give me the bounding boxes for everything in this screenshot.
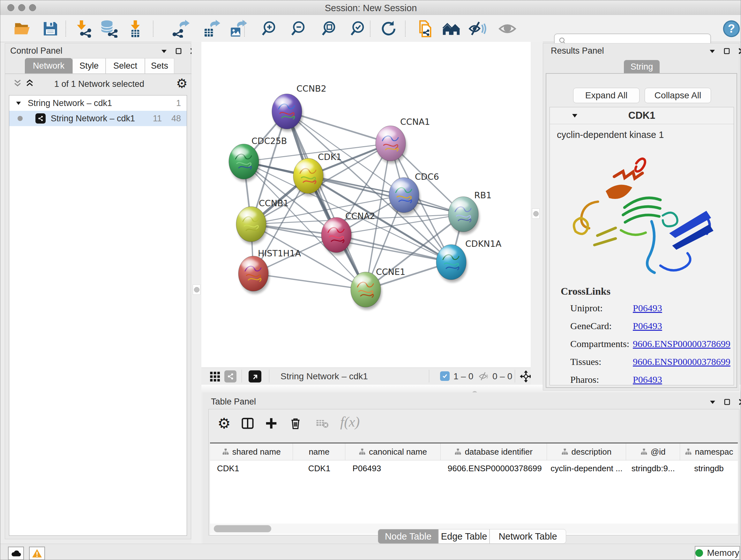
- node-label: HIST1H1A: [258, 248, 301, 258]
- node-label: CCNB2: [296, 84, 327, 94]
- section-collapse-icon[interactable]: [571, 112, 579, 119]
- right-splitter-handle[interactable]: [532, 208, 540, 219]
- table-row[interactable]: CDK1 CDK1 P06493 9606.ENSP00000378699 cy…: [210, 460, 738, 476]
- string-view-badge[interactable]: [224, 370, 237, 382]
- tab-network[interactable]: Network: [25, 58, 72, 73]
- network-node-CDK1[interactable]: CDK1: [293, 152, 342, 196]
- tree-expand-icon[interactable]: [15, 100, 22, 107]
- zoom-out-button[interactable]: [290, 19, 309, 38]
- network-node-CDC6[interactable]: CDC6: [389, 172, 439, 215]
- crosslink-label: GeneCard:: [570, 320, 612, 331]
- expand-all-chevron-icon[interactable]: [25, 78, 35, 88]
- cell-name: CDK1: [293, 460, 346, 476]
- panel-float-icon[interactable]: [709, 47, 716, 55]
- save-session-button[interactable]: [41, 19, 60, 38]
- show-all-button[interactable]: [498, 19, 517, 38]
- pan-crosshair-icon[interactable]: [520, 370, 532, 382]
- node-label: CDC25B: [252, 136, 287, 146]
- network-node-CCNB2[interactable]: CCNB2: [272, 84, 327, 132]
- panel-maximize-icon[interactable]: [175, 47, 183, 55]
- tab-network-table[interactable]: Network Table: [489, 529, 566, 544]
- network-node-RB1[interactable]: RB1: [448, 190, 491, 234]
- show-columns-button[interactable]: [239, 415, 256, 432]
- tab-node-table[interactable]: Node Table: [378, 529, 439, 544]
- open-in-window-badge[interactable]: [249, 370, 261, 382]
- app-window: Session: New Session: [0, 0, 741, 560]
- pharos-link[interactable]: P06493: [633, 374, 662, 385]
- import-network-database-button[interactable]: [100, 19, 118, 38]
- network-collection-row[interactable]: String Network – cdk1 1: [9, 96, 187, 111]
- left-splitter-handle[interactable]: [193, 285, 200, 295]
- column-header[interactable]: shared name: [210, 443, 293, 460]
- column-header[interactable]: name: [293, 443, 345, 460]
- tab-select[interactable]: Select: [106, 58, 145, 73]
- network-view-title: String Network – cdk1: [280, 371, 368, 381]
- table-tabs: Node TableEdge TableNetwork Table: [378, 529, 566, 544]
- network-view-toolbar: String Network – cdk1 1 – 0 0 – 0: [201, 368, 531, 385]
- uniprot-link[interactable]: P06493: [633, 303, 662, 314]
- network-node-count: 11: [153, 114, 162, 124]
- column-header[interactable]: canonical name: [345, 443, 441, 460]
- export-table-button[interactable]: [202, 19, 220, 38]
- memory-button[interactable]: Memory: [695, 546, 740, 560]
- save-icon: [42, 20, 59, 38]
- cloud-icon: [10, 549, 21, 558]
- cloud-button[interactable]: [8, 547, 24, 560]
- network-node-CDKN1A[interactable]: CDKN1A: [436, 239, 502, 282]
- zoom-fit-button[interactable]: [321, 19, 339, 38]
- hide-selected-button[interactable]: [468, 19, 487, 38]
- table-gear-icon[interactable]: ⚙: [216, 415, 232, 432]
- tab-style[interactable]: Style: [72, 58, 106, 73]
- open-session-button[interactable]: [13, 19, 31, 38]
- delete-column-button[interactable]: [287, 415, 304, 432]
- tissues-link[interactable]: 9606.ENSP00000378699: [633, 356, 731, 367]
- main-toolbar: ?: [0, 15, 741, 42]
- network-node-CCNA1[interactable]: CCNA1: [376, 117, 430, 164]
- tab-string[interactable]: String: [624, 60, 660, 73]
- column-header[interactable]: namespac: [680, 443, 738, 460]
- selected-checkbox[interactable]: [440, 371, 450, 381]
- cell-canonical-name: P06493: [345, 460, 441, 476]
- network-node-HIST1H1A[interactable]: HIST1H1A: [239, 248, 301, 294]
- crosslink-label: Pharos:: [570, 374, 599, 385]
- protein-section-header[interactable]: CDK1: [550, 107, 734, 124]
- add-column-button[interactable]: [263, 415, 280, 432]
- tab-edge-table[interactable]: Edge Table: [439, 529, 489, 544]
- scrollbar-thumb[interactable]: [214, 525, 271, 532]
- help-button[interactable]: ?: [722, 19, 741, 38]
- expand-all-button[interactable]: Expand All: [573, 88, 639, 103]
- panel-maximize-icon[interactable]: [724, 398, 731, 406]
- network-options-gear-icon[interactable]: ⚙: [176, 76, 188, 91]
- collapse-all-chevron-icon[interactable]: [13, 78, 22, 88]
- network-canvas[interactable]: CCNB2CCNA1CDC25BCDK1CDC6RB1CCNB1CCNA2CDK…: [201, 42, 531, 368]
- clone-network-button[interactable]: [415, 19, 434, 38]
- column-header[interactable]: database identifier: [441, 443, 547, 460]
- column-header[interactable]: @id: [626, 443, 680, 460]
- refresh-button[interactable]: [379, 19, 397, 38]
- export-network-button[interactable]: [172, 19, 190, 38]
- genecard-link[interactable]: P06493: [633, 320, 662, 331]
- panel-close-icon[interactable]: [738, 398, 741, 406]
- import-network-file-button[interactable]: [75, 19, 93, 38]
- zoom-in-icon: [261, 20, 279, 38]
- network-node-CCNB1[interactable]: CCNB1: [236, 198, 289, 244]
- network-status-dot: [17, 116, 23, 121]
- panel-float-icon[interactable]: [160, 47, 168, 55]
- panel-close-icon[interactable]: [738, 47, 741, 55]
- zoom-in-button[interactable]: [261, 19, 279, 38]
- compartments-link[interactable]: 9606.ENSP00000378699: [633, 338, 731, 349]
- crosslink-label: Tissues:: [570, 356, 601, 367]
- zoom-selected-button[interactable]: [349, 19, 368, 38]
- network-row[interactable]: String Network – cdk1 11 48: [9, 111, 187, 126]
- panel-maximize-icon[interactable]: [723, 47, 731, 55]
- birds-eye-grid-icon[interactable]: [210, 371, 220, 382]
- network-node-CDC25B[interactable]: CDC25B: [229, 136, 287, 182]
- first-neighbors-button[interactable]: [442, 19, 461, 38]
- import-table-button[interactable]: [126, 19, 145, 38]
- tab-sets[interactable]: Sets: [145, 58, 174, 73]
- hidden-count: 0 – 0: [492, 371, 512, 381]
- column-header[interactable]: description: [547, 443, 626, 460]
- panel-float-icon[interactable]: [709, 398, 717, 406]
- warnings-button[interactable]: [29, 547, 45, 560]
- collapse-all-button[interactable]: Collapse All: [645, 88, 711, 103]
